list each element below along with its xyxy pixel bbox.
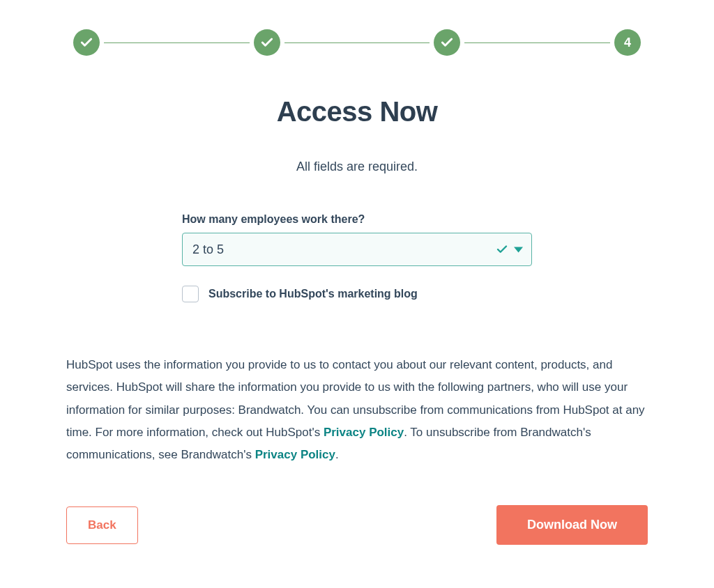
subscribe-label: Subscribe to HubSpot's marketing blog xyxy=(208,288,418,300)
brandwatch-privacy-link[interactable]: Privacy Policy xyxy=(255,448,335,461)
select-indicators xyxy=(496,243,523,256)
page-title: Access Now xyxy=(66,96,648,127)
subscribe-checkbox[interactable] xyxy=(182,286,199,302)
employees-label: How many employees work there? xyxy=(182,213,532,226)
check-icon xyxy=(440,36,454,49)
employees-select[interactable]: 2 to 5 xyxy=(182,233,532,266)
valid-check-icon xyxy=(496,243,508,256)
check-icon xyxy=(79,36,93,49)
form: How many employees work there? 2 to 5 Su… xyxy=(182,213,532,302)
progress-line xyxy=(284,42,430,43)
progress-line xyxy=(464,42,610,43)
progress-line xyxy=(104,42,250,43)
employees-value: 2 to 5 xyxy=(192,242,224,257)
progress-stepper: 4 xyxy=(66,29,648,56)
step-3-complete xyxy=(434,29,460,56)
step-number: 4 xyxy=(624,36,631,50)
button-row: Back Download Now xyxy=(66,505,648,545)
chevron-down-icon xyxy=(514,245,523,254)
hubspot-privacy-link[interactable]: Privacy Policy xyxy=(324,426,404,439)
step-1-complete xyxy=(73,29,100,56)
step-4-current: 4 xyxy=(614,29,641,56)
step-2-complete xyxy=(254,29,280,56)
legal-part3: . xyxy=(335,448,339,461)
form-container: 4 Access Now All fields are required. Ho… xyxy=(0,0,714,573)
page-subtitle: All fields are required. xyxy=(66,160,648,174)
subscribe-row: Subscribe to HubSpot's marketing blog xyxy=(182,286,532,302)
back-button[interactable]: Back xyxy=(66,506,138,544)
legal-text: HubSpot uses the information you provide… xyxy=(66,354,648,466)
check-icon xyxy=(260,36,274,49)
download-button[interactable]: Download Now xyxy=(496,505,648,545)
